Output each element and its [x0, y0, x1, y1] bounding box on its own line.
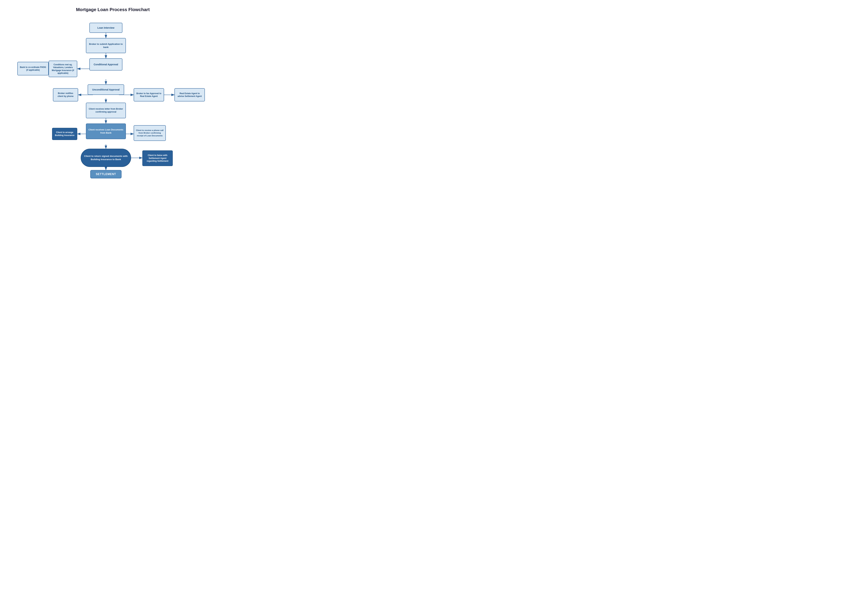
real-estate-agent-box: Real Estate Agent to advise Settlement A… — [174, 88, 205, 101]
settlement-box: SETTLEMENT — [90, 170, 121, 179]
client-return-docs-box: Client to return signed documents with B… — [81, 149, 131, 167]
client-receives-letter-box: Client receives letter from Broker confi… — [86, 103, 126, 118]
unconditional-approval-box: Unconditional Approval — [88, 84, 124, 95]
loan-interview-box: Loan Interview — [89, 23, 122, 33]
client-phone-call-box: Client to receive a phone call from Brok… — [134, 125, 166, 141]
bank-fhog-box: Bank to co-ordinate FHOG (if applicable) — [17, 62, 49, 75]
client-liaise-box: Client to liaise with Settlement Agent r… — [143, 151, 173, 166]
broker-submit-box: Broker to submit Application to bank — [86, 38, 126, 53]
conditions-met-box: Conditions met eg. Valuations, Lenders M… — [49, 61, 77, 77]
client-arrange-insurance-box: Client to arrange Building Insurance — [52, 128, 77, 140]
broker-fax-box: Broker to fax Approval to Real Estate Ag… — [134, 88, 164, 101]
broker-notifies-box: Broker notifies client by phone — [53, 88, 78, 101]
conditional-approval-box: Conditional Approval — [89, 58, 122, 70]
client-loan-docs-box: Client receives Loan Documents from Bank — [86, 123, 126, 139]
page-title: Mortgage Loan Process Flowchart — [5, 7, 220, 12]
